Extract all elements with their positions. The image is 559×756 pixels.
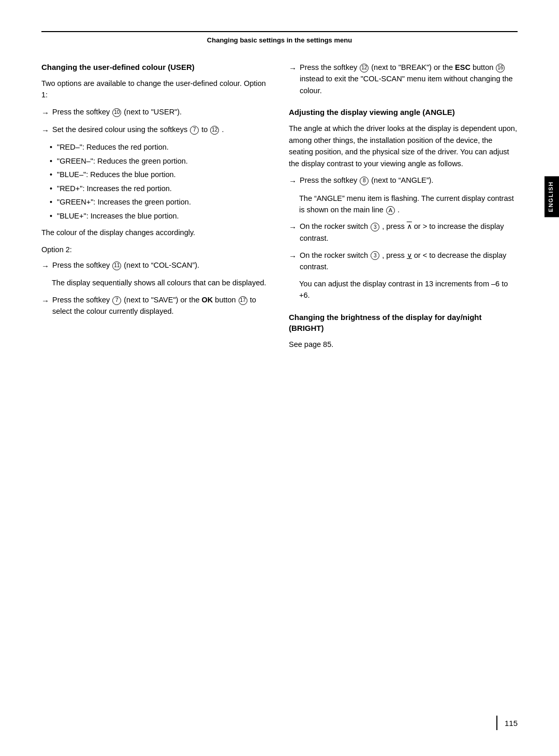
page-number: 115 [505,719,518,728]
arrow2-end: . [222,125,224,134]
arrow-symbol-1: → [41,107,49,119]
header-title: Changing basic settings in the settings … [207,36,352,44]
page-header: Changing basic settings in the settings … [41,31,518,47]
bullet-item-1: "RED–": Reduces the red portion. [50,141,270,153]
section3-heading: Changing the brightness of the display f… [289,312,518,333]
arrow6-indent: The “ANGLE” menu item is flashing. The c… [299,193,518,216]
circled-17: 17 [239,296,247,305]
section3-text: See page 85. [289,339,518,350]
bullet-list: "RED–": Reduces the red portion. "GREEN–… [50,141,270,222]
arrow-symbol-5: → [289,62,297,74]
arrow-item-7: → On the rocker switch 3 , press ∧ or > … [289,221,518,244]
arrow6-indent1-end: . [398,206,400,214]
arrow4-mid2: button [215,296,238,304]
arrow5-start: Press the softkey [300,63,357,71]
arrow3-indent: The display sequentially shows all colou… [52,277,270,288]
arrow5-esc: ESC [455,63,470,71]
circled-10: 10 [112,108,121,117]
arrow1-rest: (next to "USER"). [124,108,182,116]
section2-intro: The angle at which the driver looks at t… [289,123,518,169]
arrow-symbol-8: → [289,250,297,262]
arrow-content-7: On the rocker switch 3 , press ∧ or > to… [300,221,518,244]
circled-7: 7 [190,126,199,135]
section2-heading: Adjusting the display viewing angle (ANG… [289,107,518,118]
arrow1-text: Press the softkey [52,108,110,116]
circled-7b: 7 [112,296,121,305]
page-footer: 115 [496,716,518,730]
arrow7-start: On the rocker switch [300,222,368,230]
right-column: → Press the softkey 12 (next to "BREAK")… [289,62,518,355]
arrow-symbol-6: → [289,175,297,187]
arrow3-rest: (next to “COL-SCAN”). [124,261,199,269]
side-tab-label: ENGLISH [548,181,554,212]
arrow6-rest: (next to “ANGLE”). [371,176,433,184]
arrow-item-1: → Press the softkey 10 (next to "USER"). [41,106,270,119]
bullet-item-6: "BLUE+": Increases the blue portion. [50,210,270,222]
circled-letter-a: A [386,206,395,215]
option2-label: Option 2: [41,244,270,255]
arrow-item-5: → Press the softkey 12 (next to "BREAK")… [289,62,518,96]
circled-16: 16 [496,64,505,72]
arrow6-start: Press the softkey [300,176,357,184]
arrow-symbol-2: → [41,124,49,136]
section1-heading: Changing the user-defined colour (USER) [41,62,270,72]
left-column: Changing the user-defined colour (USER) … [41,62,270,355]
section1-intro: Two options are available to change the … [41,78,270,101]
arrow6-indent1: The “ANGLE” menu item is flashing. The c… [299,194,514,214]
arrow4-start: Press the softkey [52,296,110,304]
circled-3a: 3 [371,223,379,231]
arrow-content-2: Set the desired colour using the softkey… [52,124,270,135]
arrow-content-1: Press the softkey 10 (next to "USER"). [52,106,270,118]
arrow-item-4: → Press the softkey 7 (next to "SAVE") o… [41,294,270,317]
arrow-item-3: → Press the softkey 11 (next to “COL-SCA… [41,259,270,272]
bullet-item-5: "GREEN+": Increases the green portion. [50,196,270,208]
circled-11: 11 [112,261,121,270]
arrow8-indent: You can adjust the display contrast in 1… [299,278,518,301]
bullet-item-4: "RED+": Increases the red portion. [50,183,270,194]
arrow-content-3: Press the softkey 11 (next to “COL-SCAN”… [52,259,270,271]
arrow-content-8: On the rocker switch 3 , press ∨ or < to… [300,250,518,273]
arrow8-start: On the rocker switch [300,251,368,259]
arrow2-to: to [201,125,208,134]
arrow5-rest: (next to "BREAK") or the [371,63,455,71]
arrow4-ok: OK [202,296,213,304]
circled-8: 8 [360,177,369,185]
arrow5-end: instead to exit the "COL-SCAN" menu item… [300,75,513,94]
arrow-item-2: → Set the desired colour using the softk… [41,124,270,136]
circled-3b: 3 [371,251,379,260]
content-columns: Changing the user-defined colour (USER) … [41,62,518,355]
arrow-content-5: Press the softkey 12 (next to "BREAK") o… [300,62,518,96]
arrow-symbol-4: → [41,295,49,307]
bullet-item-2: "GREEN–": Reduces the green portion. [50,155,270,167]
arrow2-start: Set the desired colour using the softkey… [52,125,187,134]
arrow-content-6: Press the softkey 8 (next to “ANGLE”). [300,175,518,186]
arrow-item-6: → Press the softkey 8 (next to “ANGLE”). [289,175,518,187]
colour-changes-text: The colour of the display changes accord… [41,227,270,238]
arrow-item-8: → On the rocker switch 3 , press ∨ or < … [289,250,518,273]
page-container: Changing basic settings in the settings … [0,0,559,756]
arrow-content-4: Press the softkey 7 (next to "SAVE") or … [52,294,270,317]
footer-line [496,716,497,730]
circled-12b: 12 [360,64,369,72]
side-tab: ENGLISH [545,176,559,217]
bullet-item-3: "BLUE–": Reduces the blue portion. [50,169,270,180]
arrow5-mid: button [473,63,495,71]
arrow4-mid: (next to "SAVE") or the [124,296,201,304]
arrow3-start: Press the softkey [52,261,110,269]
arrow-symbol-7: → [289,221,297,233]
arrow-symbol-3: → [41,260,49,272]
circled-12: 12 [210,126,219,135]
